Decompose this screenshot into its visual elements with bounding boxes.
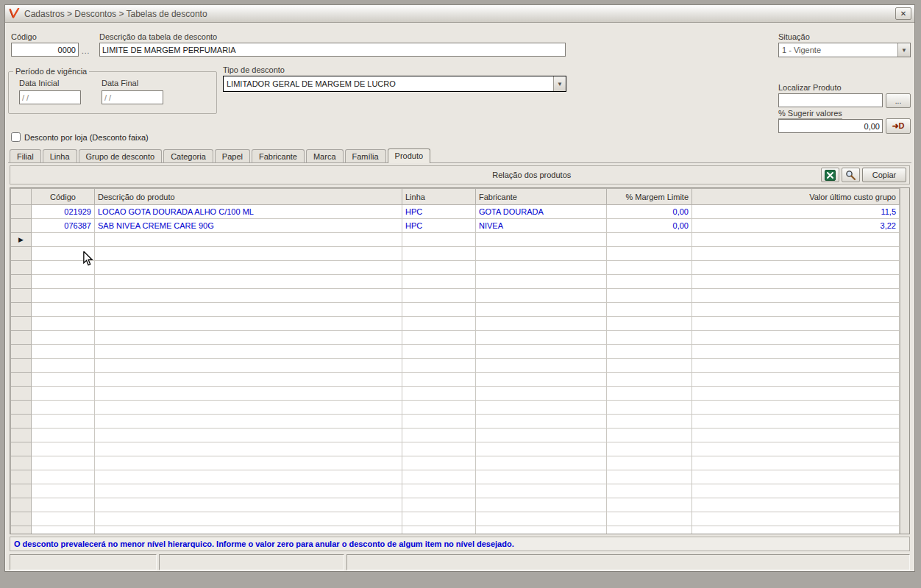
row-selector[interactable] [11, 484, 32, 498]
empty-cell[interactable] [692, 484, 900, 498]
grid-empty-row[interactable] [11, 261, 900, 275]
empty-cell[interactable] [607, 303, 692, 317]
empty-cell[interactable] [402, 261, 476, 275]
empty-cell[interactable] [692, 275, 900, 289]
row-selector[interactable] [11, 373, 32, 387]
empty-cell[interactable] [402, 512, 476, 526]
row-selector[interactable] [11, 387, 32, 401]
header-codigo[interactable]: Código [32, 189, 95, 205]
empty-cell[interactable] [32, 456, 95, 470]
empty-cell[interactable] [402, 415, 476, 429]
empty-cell[interactable] [607, 275, 692, 289]
empty-cell[interactable] [476, 470, 607, 484]
grid-empty-row[interactable] [11, 345, 900, 359]
grid-empty-row[interactable] [11, 373, 900, 387]
empty-cell[interactable] [95, 317, 402, 331]
row-selector[interactable] [11, 359, 32, 373]
empty-cell[interactable] [32, 401, 95, 415]
empty-cell[interactable] [476, 275, 607, 289]
empty-cell[interactable] [402, 345, 476, 359]
current-row-indicator[interactable]: ▶ [11, 233, 32, 247]
empty-cell[interactable] [95, 498, 402, 512]
empty-cell[interactable] [476, 247, 607, 261]
empty-cell[interactable] [402, 303, 476, 317]
tab-marca[interactable]: Marca [306, 149, 344, 162]
empty-cell[interactable] [32, 512, 95, 526]
empty-cell[interactable] [95, 401, 402, 415]
empty-cell[interactable] [32, 275, 95, 289]
grid-empty-row[interactable] [11, 289, 900, 303]
empty-cell[interactable] [476, 233, 607, 247]
cell-fabricante[interactable]: GOTA DOURADA [476, 205, 607, 219]
empty-cell[interactable] [607, 512, 692, 526]
empty-cell[interactable] [607, 345, 692, 359]
empty-cell[interactable] [476, 512, 607, 526]
localizar-produto-input[interactable] [778, 93, 883, 107]
grid-empty-row[interactable] [11, 359, 900, 373]
empty-cell[interactable] [692, 512, 900, 526]
empty-cell[interactable] [32, 387, 95, 401]
empty-cell[interactable] [607, 261, 692, 275]
grid-empty-row[interactable] [11, 498, 900, 512]
tab-categoria[interactable]: Categoria [163, 149, 213, 162]
grid-empty-row[interactable] [11, 429, 900, 442]
empty-cell[interactable] [32, 345, 95, 359]
empty-cell[interactable] [402, 275, 476, 289]
empty-cell[interactable] [95, 484, 402, 498]
empty-cell[interactable] [476, 526, 607, 535]
empty-cell[interactable] [95, 470, 402, 484]
empty-cell[interactable] [607, 498, 692, 512]
row-selector[interactable] [11, 456, 32, 470]
cell-descricao[interactable]: LOCAO GOTA DOURADA ALHO C/100 ML [95, 205, 402, 219]
empty-cell[interactable] [402, 498, 476, 512]
empty-cell[interactable] [95, 415, 402, 429]
empty-cell[interactable] [32, 289, 95, 303]
grid-empty-row[interactable] [11, 387, 900, 401]
empty-cell[interactable] [95, 261, 402, 275]
empty-cell[interactable] [95, 512, 402, 526]
empty-cell[interactable] [402, 317, 476, 331]
empty-cell[interactable] [95, 456, 402, 470]
empty-cell[interactable] [402, 429, 476, 442]
grid-empty-row[interactable]: ▶ [11, 233, 900, 247]
search-button[interactable] [842, 168, 860, 182]
copy-button[interactable]: Copiar [862, 168, 906, 182]
empty-cell[interactable] [607, 331, 692, 345]
row-selector[interactable] [11, 289, 32, 303]
empty-cell[interactable] [607, 317, 692, 331]
empty-cell[interactable] [95, 247, 402, 261]
data-final-input[interactable] [102, 90, 163, 104]
empty-cell[interactable] [402, 373, 476, 387]
empty-cell[interactable] [607, 401, 692, 415]
empty-cell[interactable] [692, 526, 900, 535]
empty-cell[interactable] [402, 387, 476, 401]
empty-cell[interactable] [402, 470, 476, 484]
grid-empty-row[interactable] [11, 470, 900, 484]
empty-cell[interactable] [32, 303, 95, 317]
cell-linha[interactable]: HPC [402, 205, 476, 219]
empty-cell[interactable] [607, 387, 692, 401]
cell-codigo[interactable]: 076387 [32, 219, 95, 233]
codigo-input[interactable] [11, 43, 79, 57]
empty-cell[interactable] [607, 484, 692, 498]
localizar-produto-browse-button[interactable]: ... [886, 93, 911, 108]
empty-cell[interactable] [32, 429, 95, 442]
row-selector[interactable] [11, 442, 32, 456]
empty-cell[interactable] [692, 429, 900, 442]
descricao-input[interactable] [99, 43, 566, 57]
empty-cell[interactable] [692, 345, 900, 359]
tab-grupo-de-desconto[interactable]: Grupo de desconto [79, 149, 163, 162]
empty-cell[interactable] [476, 303, 607, 317]
row-selector[interactable] [11, 526, 32, 535]
empty-cell[interactable] [95, 345, 402, 359]
row-selector[interactable] [11, 512, 32, 526]
empty-cell[interactable] [95, 442, 402, 456]
grid-vertical-scrollbar[interactable] [900, 188, 909, 534]
row-selector[interactable] [11, 470, 32, 484]
empty-cell[interactable] [692, 387, 900, 401]
grid-empty-row[interactable] [11, 303, 900, 317]
row-selector[interactable] [11, 331, 32, 345]
row-selector[interactable] [11, 205, 32, 219]
empty-cell[interactable] [692, 373, 900, 387]
situacao-dropdown-arrow-icon[interactable]: ▼ [897, 43, 910, 57]
